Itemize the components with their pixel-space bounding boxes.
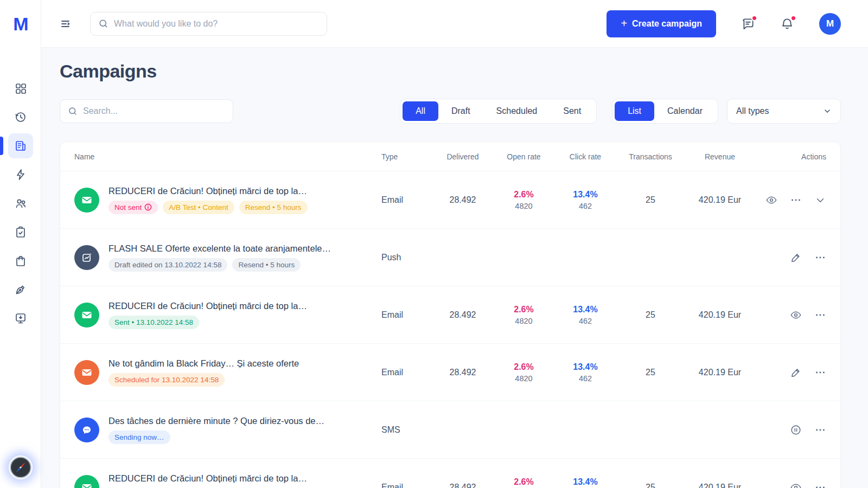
click-rate-value: 13.4% 462 [555,362,616,383]
sidebar-item-activity[interactable] [8,105,33,130]
grid-icon [14,82,27,95]
status-filter-tabs: All Draft Scheduled Sent [400,99,597,124]
global-search[interactable] [90,12,327,36]
col-revenue: Revenue [685,152,755,161]
campaign-title[interactable]: Des tâches de dernière minute ? Que diri… [108,416,324,426]
click-rate-value: 13.4% 462 [555,477,616,488]
sidebar-item-subscribers[interactable] [8,191,33,216]
global-search-input[interactable] [114,19,319,29]
compass-icon[interactable] [9,455,33,479]
revenue-value: 420.19 Eur [685,310,755,320]
campaign-title[interactable]: REDUCERI de Crăciun! Obțineți mărci de t… [108,186,308,196]
more-menu-icon[interactable] [814,309,826,321]
edit-pencil-icon[interactable] [790,252,802,264]
col-open-rate: Open rate [493,152,555,161]
clock-icon [14,111,27,124]
tab-draft[interactable]: Draft [438,101,483,121]
view-toggle: List Calendar [612,99,718,124]
status-badge: Not sent [108,201,158,214]
sidebar-item-dashboard[interactable] [8,76,33,101]
info-icon [144,203,152,211]
sidebar-item-integrations[interactable] [8,306,33,331]
pen-icon [14,283,27,296]
sidebar-item-sites[interactable] [8,277,33,302]
sidebar-toggle-button[interactable] [60,17,73,30]
col-type: Type [381,152,433,161]
email-campaign-icon [74,188,99,213]
table-row: REDUCERI de Crăciun! Obțineți mărci de t… [60,286,840,344]
campaign-type: Email [381,368,433,377]
notifications-button[interactable] [780,17,794,31]
push-campaign-icon [74,245,99,270]
campaign-search-input[interactable] [83,106,225,116]
resend-badge: Resend • 5 hours [239,201,308,214]
draft-badge: Draft edited on 13.10.2022 14:58 [108,258,227,272]
type-filter-dropdown[interactable]: All types [727,99,841,124]
campaigns-table: Name Type Delivered Open rate Click rate… [60,142,841,488]
expand-chevron-icon[interactable] [814,194,826,206]
app-logo[interactable]: M [0,0,41,48]
col-delivered: Delivered [433,152,493,161]
table-row: FLASH SALE Oferte excelente la toate ara… [60,229,840,286]
filters-bar: All Draft Scheduled Sent List Calendar A… [60,99,841,124]
monitor-download-icon [14,312,27,325]
table-row: REDUCERI de Crăciun! Obțineți mărci de t… [60,459,840,488]
more-menu-icon[interactable] [814,424,826,436]
sidebar-item-campaigns[interactable] [8,133,33,158]
click-rate-value: 13.4% 462 [555,305,616,325]
campaign-title[interactable]: REDUCERI de Crăciun! Obțineți mărci de t… [108,473,307,484]
preview-eye-icon[interactable] [765,194,777,206]
col-actions: Actions [755,152,826,161]
campaign-title[interactable]: REDUCERI de Crăciun! Obțineți mărci de t… [108,301,307,311]
delivered-value: 28.492 [433,483,493,488]
main-content: Campaigns All Draft Scheduled Sent List … [41,48,868,488]
view-calendar-button[interactable]: Calendar [654,101,716,121]
tab-all[interactable]: All [403,101,438,121]
topbar: + Create campaign M [41,0,868,48]
menu-collapse-icon [60,17,73,30]
email-campaign-icon [74,303,99,328]
campaign-search[interactable] [60,99,233,123]
table-header: Name Type Delivered Open rate Click rate… [60,142,840,171]
more-menu-icon[interactable] [814,367,826,378]
tab-scheduled[interactable]: Scheduled [483,101,551,121]
preview-eye-icon[interactable] [790,309,802,321]
campaign-type: Email [381,310,433,320]
sidebar-item-ecommerce[interactable] [8,248,33,273]
resend-badge: Resend • 5 hours [232,258,301,272]
table-row: Ne tot gândim la Black Friday… Și aceste… [60,344,840,401]
revenue-value: 420.19 Eur [685,483,755,488]
sidebar-item-automations[interactable] [8,162,33,187]
campaign-title[interactable]: FLASH SALE Oferte excelente la toate ara… [108,243,331,254]
search-icon [68,106,78,116]
edit-pencil-icon[interactable] [790,367,802,378]
search-icon [98,18,108,29]
click-rate-value: 13.4% 462 [555,190,616,210]
delivered-value: 28.492 [433,368,493,377]
create-campaign-button[interactable]: + Create campaign [607,10,716,37]
people-icon [14,197,27,210]
col-transactions: Transactions [616,152,685,161]
notification-dot [751,15,757,21]
more-menu-icon[interactable] [814,252,826,264]
lightning-icon [14,168,27,181]
scheduled-badge: Scheduled for 13.10.2022 14:58 [108,373,225,387]
tab-sent[interactable]: Sent [550,101,594,121]
more-menu-icon[interactable] [814,481,826,488]
view-list-button[interactable]: List [615,101,654,121]
open-rate-value: 2.6% 4820 [493,362,555,383]
open-rate-value: 2.6% 4820 [493,190,555,210]
campaign-title[interactable]: Ne tot gândim la Black Friday… Și aceste… [108,358,299,369]
chevron-down-icon [823,107,832,115]
campaign-type: Push [381,253,433,262]
campaign-type: SMS [381,425,433,435]
sidebar-item-forms[interactable] [8,220,33,245]
pause-circle-icon[interactable] [790,424,802,436]
user-avatar[interactable]: M [819,13,841,35]
plus-icon: + [621,17,627,30]
transactions-value: 25 [616,368,685,377]
preview-eye-icon[interactable] [790,481,802,488]
ab-test-badge: A/B Test • Content [163,201,234,214]
more-menu-icon[interactable] [790,194,802,206]
messages-button[interactable] [741,17,755,31]
